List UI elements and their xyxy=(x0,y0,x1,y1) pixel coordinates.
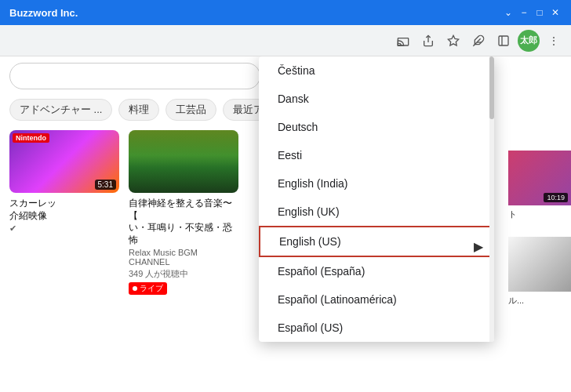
share-icon[interactable] xyxy=(417,30,439,52)
nintendo-badge: Nintendo xyxy=(13,133,49,143)
title-bar: Buzzword Inc. ⌄ − □ ✕ xyxy=(0,0,571,25)
maximize-button[interactable]: □ xyxy=(533,6,546,19)
title-bar-controls: ⌄ − □ ✕ xyxy=(502,6,562,19)
video-info-nintendo: スカーレッ介紹映像 ✔ xyxy=(9,198,119,234)
viewers-relax: 349 人が視聴中 xyxy=(129,268,238,280)
sidebar-icon[interactable] xyxy=(493,30,515,52)
scrollbar-thumb[interactable] xyxy=(489,56,494,119)
language-dropdown: Čeština Dansk Deutsch Eesti English (Ind… xyxy=(259,56,494,342)
browser-toolbar: 太郎 ⋮ xyxy=(0,25,571,56)
video-card-relax[interactable]: 自律神経を整える音楽〜【い・耳鳴り・不安感・恐怖 Relax Music BGM… xyxy=(129,130,238,295)
live-dot xyxy=(133,286,137,291)
lang-deutsch[interactable]: Deutsch xyxy=(259,113,494,141)
video-title-relax: 自律神経を整える音楽〜【い・耳鳴り・不安感・恐怖 xyxy=(129,198,238,246)
lang-eesti[interactable]: Eesti xyxy=(259,141,494,169)
lang-dansk[interactable]: Dansk xyxy=(259,85,494,113)
right-title-2: ル... xyxy=(508,295,571,307)
video-thumbnail-forest xyxy=(129,130,238,193)
right-video-1: 10:19 ト xyxy=(508,151,571,220)
chevron-icon[interactable]: ⌄ xyxy=(502,6,515,19)
lang-espanol-us[interactable]: Español (US) xyxy=(259,314,494,342)
channel-relax: Relax Music BGM CHANNEL xyxy=(129,248,238,267)
right-video-2: ル... xyxy=(508,237,571,307)
chip-cooking[interactable]: 料理 xyxy=(118,99,159,121)
title-bar-left: Buzzword Inc. xyxy=(9,7,78,19)
more-icon[interactable]: ⋮ xyxy=(543,30,565,52)
channel-name-nintendo: ✔ xyxy=(9,223,119,234)
lang-espanol-latinoamerica[interactable]: Español (Latinoamérica) xyxy=(259,285,494,314)
svg-marker-2 xyxy=(448,35,458,45)
lang-english-us[interactable]: English (US) ▶ xyxy=(259,226,494,257)
video-info-relax: 自律神経を整える音楽〜【い・耳鳴り・不安感・恐怖 Relax Music BGM… xyxy=(129,198,238,295)
right-duration-1: 10:19 xyxy=(544,193,568,202)
verified-icon: ✔ xyxy=(9,223,16,233)
lang-english-uk[interactable]: English (UK) xyxy=(259,198,494,226)
main-content: アドベンチャー ... 料理 工芸品 最近ア... Nintendo 5:31 … xyxy=(0,56,571,392)
dropdown-scroll[interactable]: Čeština Dansk Deutsch Eesti English (Ind… xyxy=(259,56,494,342)
live-label: ライブ xyxy=(140,283,163,294)
right-thumb-2 xyxy=(508,237,571,292)
chip-crafts[interactable]: 工芸品 xyxy=(165,99,216,121)
cursor-icon: ▶ xyxy=(474,239,483,254)
lang-english-india[interactable]: English (India) xyxy=(259,169,494,198)
lang-cestina[interactable]: Čeština xyxy=(259,56,494,85)
video-title-nintendo: スカーレッ介紹映像 xyxy=(9,198,119,222)
user-avatar[interactable]: 太郎 xyxy=(518,30,540,52)
extension-icon[interactable] xyxy=(467,30,489,52)
right-title-1: ト xyxy=(508,209,571,220)
live-badge: ライブ xyxy=(129,282,167,295)
lang-espanol-espana[interactable]: Español (España) xyxy=(259,257,494,285)
video-card-nintendo[interactable]: Nintendo 5:31 スカーレッ介紹映像 ✔ xyxy=(9,130,119,295)
app-title: Buzzword Inc. xyxy=(9,7,78,19)
svg-rect-5 xyxy=(499,36,508,45)
video-thumbnail-nintendo: Nintendo 5:31 xyxy=(9,130,119,193)
close-button[interactable]: ✕ xyxy=(549,6,562,19)
chip-adventure[interactable]: アドベンチャー ... xyxy=(9,99,112,121)
minimize-button[interactable]: − xyxy=(518,6,530,19)
right-thumb-1: 10:19 xyxy=(508,151,571,205)
cast-icon[interactable] xyxy=(392,30,414,52)
duration-badge: 5:31 xyxy=(95,180,116,190)
bookmark-icon[interactable] xyxy=(442,30,464,52)
search-input[interactable] xyxy=(9,63,260,89)
scrollbar-track xyxy=(489,56,494,342)
